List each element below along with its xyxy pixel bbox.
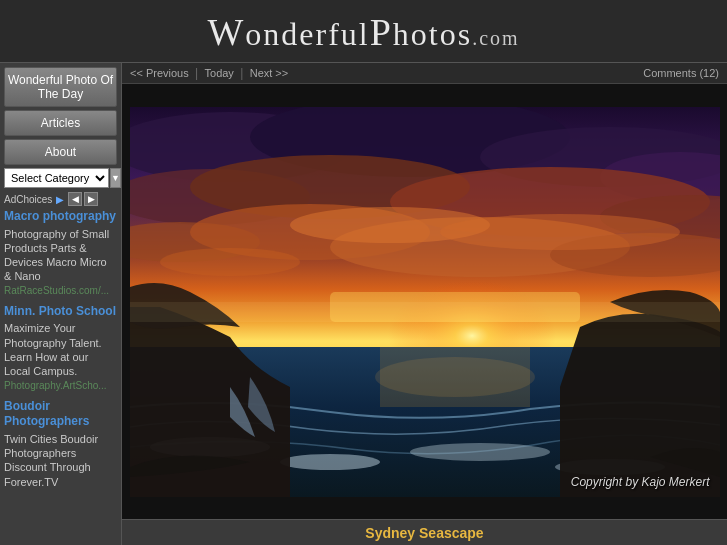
ad-3-title[interactable]: Boudoir Photographers bbox=[4, 399, 117, 430]
ad-item-1: Macro photography Photography of Small P… bbox=[4, 209, 117, 296]
articles-button[interactable]: Articles bbox=[4, 110, 117, 136]
content-area: << Previous | Today | Next >> Comments (… bbox=[122, 63, 727, 545]
svg-point-22 bbox=[280, 454, 380, 470]
photo-svg bbox=[130, 107, 720, 497]
ad-choices-header: AdChoices ▶ ◀ ▶ bbox=[4, 192, 117, 206]
ad-choices-icon: ▶ bbox=[56, 194, 64, 205]
ad-2-url: Photography.ArtScho... bbox=[4, 380, 117, 391]
sidebar: Wonderful Photo Of The Day Articles Abou… bbox=[0, 63, 122, 545]
nav-separator-2: | bbox=[240, 66, 243, 80]
main-layout: Wonderful Photo Of The Day Articles Abou… bbox=[0, 63, 727, 545]
photo-canvas: Copyright by Kajo Merkert bbox=[130, 107, 720, 497]
category-select[interactable]: Select Category bbox=[4, 168, 109, 188]
about-button[interactable]: About bbox=[4, 139, 117, 165]
ad-prev-button[interactable]: ◀ bbox=[68, 192, 82, 206]
ad-choices-label: AdChoices bbox=[4, 194, 52, 205]
select-arrow-icon[interactable]: ▼ bbox=[110, 168, 121, 188]
ad-2-text: Maximize Your Photography Talent. Learn … bbox=[4, 322, 102, 377]
svg-point-15 bbox=[440, 214, 680, 250]
ad-1-text: Photography of Small Products Parts & De… bbox=[4, 228, 109, 283]
photo-title-bar: Sydney Seascape bbox=[122, 519, 727, 545]
comments-link[interactable]: Comments (12) bbox=[643, 67, 719, 79]
nav-links: << Previous | Today | Next >> bbox=[130, 66, 288, 80]
prev-link[interactable]: << Previous bbox=[130, 67, 189, 79]
ad-2-title[interactable]: Minn. Photo School bbox=[4, 304, 117, 320]
photo-container: Copyright by Kajo Merkert bbox=[122, 84, 727, 519]
today-link[interactable]: Today bbox=[205, 67, 234, 79]
svg-rect-25 bbox=[130, 302, 720, 322]
ad-1-title[interactable]: Macro photography bbox=[4, 209, 117, 225]
ad-1-url: RatRaceStudios.com/... bbox=[4, 285, 117, 296]
next-link[interactable]: Next >> bbox=[250, 67, 289, 79]
nav-separator-1: | bbox=[195, 66, 198, 80]
ad-item-3: Boudoir Photographers Twin Cities Boudoi… bbox=[4, 399, 117, 489]
ad-nav: ◀ ▶ bbox=[68, 192, 98, 206]
svg-point-16 bbox=[160, 248, 300, 276]
photo-copyright: Copyright by Kajo Merkert bbox=[571, 475, 710, 489]
svg-point-23 bbox=[410, 443, 550, 461]
ad-3-text: Twin Cities Boudoir Photographers Discou… bbox=[4, 433, 98, 488]
site-title: WonderfulPhotos.com bbox=[0, 10, 727, 54]
category-select-row: Select Category ▼ bbox=[4, 168, 117, 188]
site-header: WonderfulPhotos.com bbox=[0, 0, 727, 63]
photo-nav-bar: << Previous | Today | Next >> Comments (… bbox=[122, 63, 727, 84]
wonderful-photo-button[interactable]: Wonderful Photo Of The Day bbox=[4, 67, 117, 107]
photo-title: Sydney Seascape bbox=[365, 525, 483, 541]
ad-next-button[interactable]: ▶ bbox=[84, 192, 98, 206]
ad-item-2: Minn. Photo School Maximize Your Photogr… bbox=[4, 304, 117, 391]
svg-point-20 bbox=[375, 357, 535, 397]
